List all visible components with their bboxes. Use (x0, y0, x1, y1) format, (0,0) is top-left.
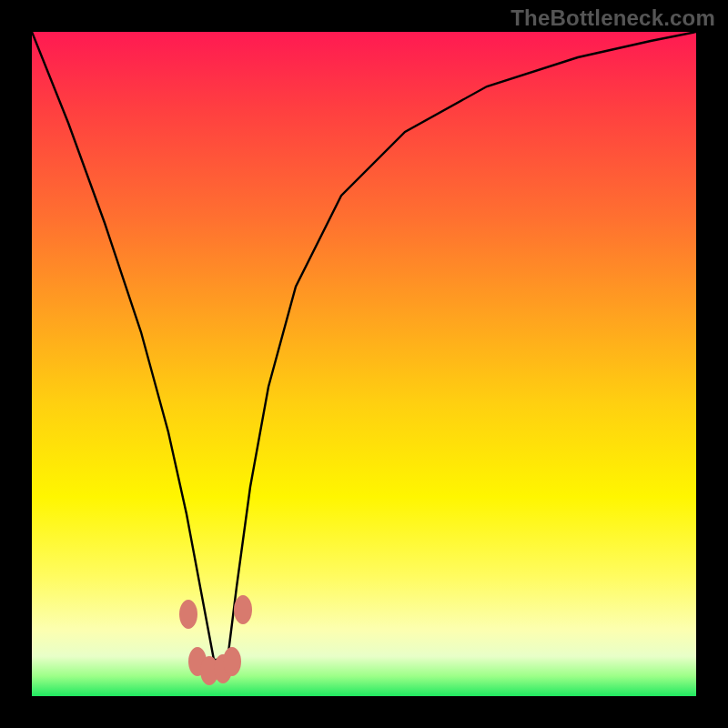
gradient-plot-area (32, 32, 696, 696)
watermark-text: TheBottleneck.com (511, 5, 715, 31)
chart-frame: TheBottleneck.com (0, 0, 728, 728)
